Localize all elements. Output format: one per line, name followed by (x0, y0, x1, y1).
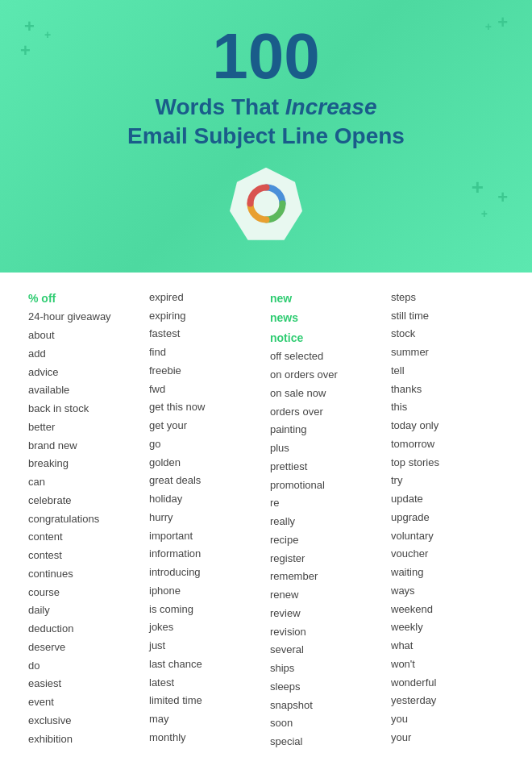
word-voucher: voucher (391, 545, 504, 564)
word-painting: painting (270, 421, 383, 439)
word-expiring: expiring (149, 307, 262, 326)
word-wonderful: wonderful (391, 674, 504, 693)
word-brand-new: brand new (28, 437, 141, 456)
word-orders-over: orders over (270, 403, 383, 422)
word-limited-time: limited time (149, 692, 262, 710)
word-information: information (149, 545, 262, 564)
words-grid: % off 24-hour giveaway about add advice … (24, 289, 508, 751)
word-course: course (28, 584, 141, 602)
word-easiest: easiest (28, 675, 141, 693)
word-golden: golden (149, 454, 262, 472)
header-subtitle: Words That Increase Email Subject Line O… (32, 93, 500, 152)
word-available: available (28, 381, 141, 400)
word-re: re (270, 494, 383, 513)
word-24-hour-giveaway: 24-hour giveaway (28, 308, 141, 327)
word-this: this (391, 398, 504, 417)
word-soon: soon (270, 714, 383, 733)
word-is-coming: is coming (149, 601, 262, 619)
main-number: 100 (32, 24, 500, 89)
word-do: do (28, 657, 141, 676)
word-review: review (270, 605, 383, 623)
word-news: news (270, 308, 383, 328)
word-exclusive: exclusive (28, 712, 141, 730)
subtitle-italic: Increase (285, 94, 377, 119)
word-celebrate: celebrate (28, 492, 141, 510)
word-what: what (391, 637, 504, 655)
word-advice: advice (28, 364, 141, 382)
word-really: really (270, 513, 383, 531)
word-snapshot: snapshot (270, 697, 383, 715)
decoration-plus-5: + (497, 12, 508, 33)
word-yesterday: yesterday (391, 692, 504, 710)
word-get-this-now: get this now (149, 398, 262, 417)
word-try: try (391, 472, 504, 490)
word-get-your: get your (149, 417, 262, 435)
word-exhibition: exhibition (28, 730, 141, 749)
header: + + + + + + + + 100 Words That Increase … (0, 0, 532, 273)
word-revision: revision (270, 623, 383, 642)
word-back-in-stock: back in stock (28, 400, 141, 418)
word-ships: ships (270, 660, 383, 678)
word-ways: ways (391, 582, 504, 601)
word-deduction: deduction (28, 620, 141, 639)
word-add: add (28, 345, 141, 364)
word-last-chance: last chance (149, 655, 262, 674)
word-tomorrow: tomorrow (391, 435, 504, 454)
word-contest: contest (28, 547, 141, 565)
word-update: update (391, 490, 504, 509)
word-fwd: fwd (149, 381, 262, 399)
word-several: several (270, 641, 383, 660)
word-your: your (391, 729, 504, 747)
word-renew: renew (270, 586, 383, 605)
word-jokes: jokes (149, 618, 262, 637)
word-off-selected: off selected (270, 347, 383, 366)
word-special: special (270, 733, 383, 751)
words-column-2: expired expiring fastest find freebie fw… (145, 289, 266, 751)
word-steps: steps (391, 289, 504, 307)
decoration-plus-3: + (20, 40, 31, 61)
word-better: better (28, 418, 141, 437)
decoration-plus-8: + (472, 175, 484, 200)
decoration-plus-6: + (497, 187, 508, 208)
word-waiting: waiting (391, 564, 504, 582)
subtitle-line1-text: Words That Increase (156, 94, 377, 119)
word-you: you (391, 710, 504, 729)
words-column-4: steps still time stock summer tell thank… (387, 289, 508, 751)
word-thanks: thanks (391, 381, 504, 399)
word-continues: continues (28, 565, 141, 584)
word-about: about (28, 327, 141, 345)
word-tell: tell (391, 362, 504, 381)
word-go: go (149, 435, 262, 454)
word-voluntary: voluntary (391, 527, 504, 546)
word-upgrade: upgrade (391, 509, 504, 527)
word-sleeps: sleeps (270, 678, 383, 697)
word-weekend: weekend (391, 601, 504, 619)
word-congratulations: congratulations (28, 510, 141, 529)
words-column-3: new news notice off selected on orders o… (266, 289, 387, 751)
word-daily: daily (28, 601, 141, 620)
word-plus: plus (270, 439, 383, 458)
words-column-1: % off 24-hour giveaway about add advice … (24, 289, 145, 751)
word-event: event (28, 693, 141, 712)
word-recipe: recipe (270, 531, 383, 550)
word-introducing: introducing (149, 564, 262, 582)
subtitle-line2: Email Subject Line Opens (127, 123, 405, 148)
word-holiday: holiday (149, 490, 262, 509)
word-promotional: promotional (270, 476, 383, 495)
word-fastest: fastest (149, 325, 262, 343)
word-just: just (149, 637, 262, 655)
word-register: register (270, 550, 383, 568)
word-may: may (149, 710, 262, 729)
word-latest: latest (149, 674, 262, 693)
decoration-plus-7: + (481, 207, 488, 220)
logo-container (32, 168, 500, 240)
word-freebie: freebie (149, 362, 262, 381)
word-today-only: today only (391, 417, 504, 435)
word-new: new (270, 289, 383, 309)
decoration-plus-4: + (485, 20, 492, 33)
word-percent-off: % off (28, 289, 141, 309)
word-on-orders-over: on orders over (270, 366, 383, 385)
word-summer: summer (391, 343, 504, 362)
word-content: content (28, 528, 141, 547)
word-great-deals: great deals (149, 472, 262, 490)
